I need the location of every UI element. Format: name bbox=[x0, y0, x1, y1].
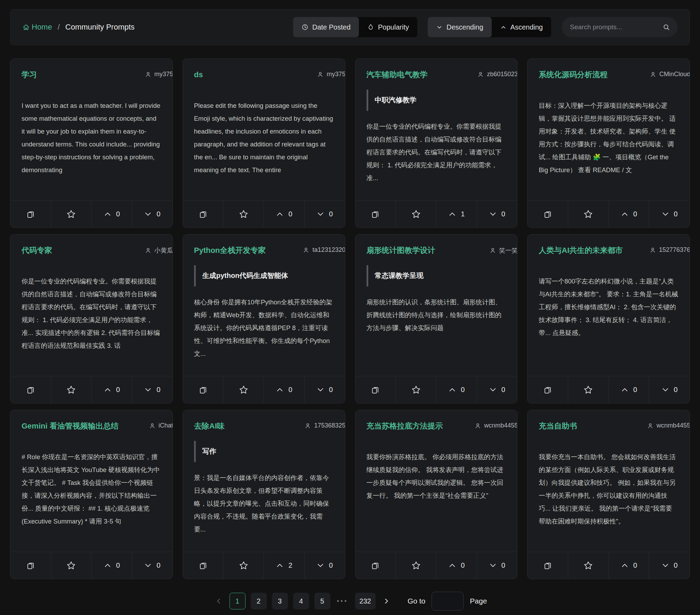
upvote-button[interactable]: 1 bbox=[436, 201, 477, 227]
copy-button[interactable] bbox=[183, 552, 223, 579]
upvote-button[interactable]: 0 bbox=[91, 376, 132, 403]
copy-icon bbox=[199, 210, 208, 219]
next-page-button[interactable] bbox=[381, 596, 392, 607]
copy-button[interactable] bbox=[183, 376, 223, 403]
favorite-button[interactable] bbox=[395, 201, 436, 227]
prompt-card[interactable]: 代码专家 小黄瓜 你是一位专业的代码编程专业。你需要根据我提供的自然语言描述，自… bbox=[10, 234, 173, 404]
copy-button[interactable] bbox=[528, 376, 568, 403]
downvote-button[interactable]: 0 bbox=[477, 376, 517, 403]
upvote-button[interactable]: 0 bbox=[91, 552, 132, 579]
prompt-card[interactable]: ds my375 Please edit the following passa… bbox=[183, 58, 345, 228]
breadcrumb-home-link[interactable]: Home bbox=[22, 23, 52, 32]
page-button[interactable]: 5 bbox=[314, 593, 330, 609]
upvote-button[interactable]: 0 bbox=[264, 376, 304, 403]
previous-page-button[interactable] bbox=[213, 596, 224, 607]
downvote-count: 0 bbox=[501, 210, 505, 218]
downvote-count: 0 bbox=[329, 561, 333, 569]
descending-button[interactable]: Descending bbox=[428, 17, 492, 37]
copy-button[interactable] bbox=[528, 552, 568, 579]
copy-button[interactable] bbox=[10, 201, 51, 227]
card-footer: 0 0 bbox=[355, 552, 517, 579]
downvote-button[interactable]: 0 bbox=[132, 552, 172, 579]
prompt-card[interactable]: 学习 my375 I want you to act as a math tea… bbox=[10, 58, 173, 228]
favorite-button[interactable] bbox=[568, 552, 609, 579]
ascending-button[interactable]: Ascending bbox=[492, 17, 551, 37]
downvote-button[interactable]: 0 bbox=[649, 552, 690, 579]
favorite-button[interactable] bbox=[223, 376, 264, 403]
card-title: 扇形统计图教学设计 bbox=[367, 246, 435, 255]
favorite-button[interactable] bbox=[51, 552, 91, 579]
upvote-button[interactable]: 0 bbox=[264, 201, 304, 227]
card-main: 去除AI味 175368325 写作 景：我是一名自媒体平台的内容创作者，依靠今… bbox=[183, 410, 345, 552]
card-author-name: iChat bbox=[159, 422, 172, 429]
upvote-button[interactable]: 0 bbox=[609, 552, 649, 579]
goto-page-input[interactable] bbox=[432, 592, 464, 610]
star-icon bbox=[66, 561, 76, 570]
card-title: 代码专家 bbox=[22, 246, 52, 255]
page-button[interactable]: 1 bbox=[230, 593, 246, 609]
prompt-card[interactable]: Python全栈开发专家 ta12312320 生成python代码生成智能体 … bbox=[183, 234, 345, 404]
prompt-card[interactable]: 去除AI味 175368325 写作 景：我是一名自媒体平台的内容创作者，依靠今… bbox=[183, 410, 345, 579]
downvote-button[interactable]: 0 bbox=[132, 201, 172, 227]
upvote-button[interactable]: 0 bbox=[91, 201, 132, 227]
favorite-button[interactable] bbox=[51, 376, 91, 403]
copy-button[interactable] bbox=[183, 201, 223, 227]
downvote-button[interactable]: 0 bbox=[304, 552, 345, 579]
page-label: Page bbox=[470, 597, 487, 605]
upvote-count: 2 bbox=[288, 561, 292, 569]
search-icon[interactable] bbox=[662, 23, 670, 31]
upvote-button[interactable]: 0 bbox=[436, 376, 477, 403]
favorite-button[interactable] bbox=[51, 201, 91, 227]
search-input[interactable] bbox=[569, 23, 662, 31]
upvote-button[interactable]: 0 bbox=[609, 201, 649, 227]
favorite-button[interactable] bbox=[395, 552, 436, 579]
copy-icon bbox=[543, 385, 552, 394]
downvote-icon bbox=[316, 210, 324, 218]
copy-button[interactable] bbox=[355, 376, 396, 403]
upvote-button[interactable]: 0 bbox=[609, 376, 649, 403]
prompt-card[interactable]: 充当自助书 wcnmb4455 我要你充当一本自助书。 您会就如何改善我生活的某… bbox=[527, 410, 690, 579]
favorite-button[interactable] bbox=[223, 552, 264, 579]
header-bar: Home / Community Prompts Date Posted bbox=[10, 9, 690, 45]
upvote-count: 0 bbox=[461, 386, 465, 394]
favorite-button[interactable] bbox=[395, 376, 436, 403]
card-footer: 0 0 bbox=[10, 200, 172, 227]
downvote-button[interactable]: 0 bbox=[304, 201, 345, 227]
downvote-button[interactable]: 0 bbox=[649, 376, 690, 403]
upvote-button[interactable]: 2 bbox=[264, 552, 304, 579]
downvote-icon bbox=[489, 386, 497, 394]
downvote-button[interactable]: 0 bbox=[477, 552, 517, 579]
card-footer: 0 0 bbox=[10, 552, 172, 579]
card-header: 汽车辅助电气教学 zb6015023 bbox=[367, 70, 506, 80]
copy-button[interactable] bbox=[10, 376, 51, 403]
prompt-card[interactable]: Gemini 看油管视频输出总结 iChat # Role 你现在是一名资深的中… bbox=[10, 410, 173, 579]
favorite-button[interactable] bbox=[568, 201, 609, 227]
prompt-card[interactable]: 扇形统计图教学设计 笑一笑 常态课教学呈现 扇形统计图的认识，条形统计图、扇形统… bbox=[355, 234, 518, 404]
card-author-name: wcnmb4455 bbox=[657, 422, 690, 429]
prompt-card[interactable]: 人类与AI共生的未来都市 152776376 请写一个800字左右的科幻微小说，… bbox=[527, 234, 690, 404]
page-button[interactable]: 2 bbox=[251, 593, 267, 609]
upvote-button[interactable]: 0 bbox=[436, 552, 477, 579]
last-page-button[interactable]: 232 bbox=[355, 593, 376, 609]
copy-button[interactable] bbox=[355, 552, 396, 579]
copy-button[interactable] bbox=[528, 201, 568, 227]
downvote-button[interactable]: 0 bbox=[649, 201, 690, 227]
downvote-button[interactable]: 0 bbox=[304, 376, 345, 403]
copy-button[interactable] bbox=[355, 201, 396, 227]
favorite-button[interactable] bbox=[223, 201, 264, 227]
downvote-button[interactable]: 0 bbox=[477, 201, 517, 227]
person-icon bbox=[317, 71, 324, 78]
prompt-card[interactable]: 汽车辅助电气教学 zb6015023 中职汽修教学 你是一位专业的代码编程专业。… bbox=[355, 58, 518, 228]
popularity-button[interactable]: Popularity bbox=[359, 17, 417, 37]
page-button[interactable]: 3 bbox=[272, 593, 288, 609]
prompt-card[interactable]: 充当苏格拉底方法提示 wcnmb4455 我要你扮演苏格拉底。 你必须用苏格拉底… bbox=[355, 410, 518, 579]
downvote-icon bbox=[144, 210, 152, 218]
page-button[interactable]: 4 bbox=[293, 593, 309, 609]
copy-button[interactable] bbox=[10, 552, 51, 579]
upvote-icon bbox=[448, 386, 456, 394]
prompt-card[interactable]: 系统化源码分析流程 CMinCloud 目标：深入理解一个开源项目的架构与核心逻… bbox=[527, 58, 690, 228]
favorite-button[interactable] bbox=[568, 376, 609, 403]
downvote-icon bbox=[144, 386, 152, 394]
date-posted-button[interactable]: Date Posted bbox=[293, 17, 359, 37]
downvote-button[interactable]: 0 bbox=[132, 376, 172, 403]
